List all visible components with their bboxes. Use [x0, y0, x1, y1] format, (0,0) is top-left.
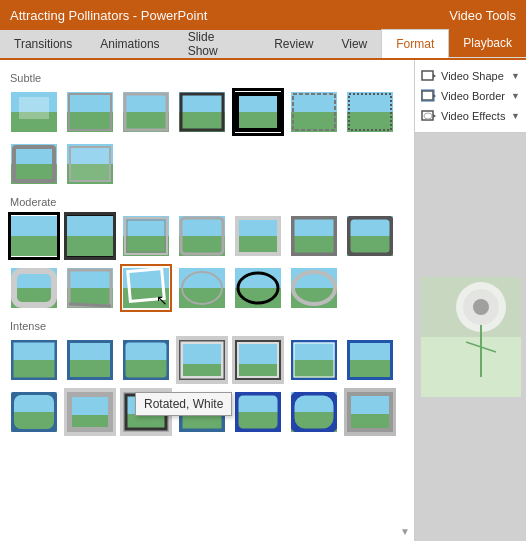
chevron-down-icon: ▼ [511, 91, 520, 101]
svg-rect-73 [123, 360, 169, 380]
svg-marker-118 [433, 114, 436, 118]
svg-rect-2 [19, 97, 49, 119]
tab-playback[interactable]: Playback [449, 29, 526, 57]
style-item-selected[interactable] [232, 88, 284, 136]
svg-marker-113 [433, 74, 436, 78]
title-bar: Attracting Pollinators - PowerPoint Vide… [0, 0, 526, 30]
style-item[interactable] [232, 212, 284, 260]
ribbon-right-tabs: Format Playback [381, 29, 526, 58]
video-effects-button[interactable]: Video Effects ▼ [419, 106, 522, 126]
video-shape-button[interactable]: Video Shape ▼ [419, 66, 522, 86]
svg-point-124 [473, 299, 489, 315]
svg-point-119 [424, 113, 432, 119]
title-text: Attracting Pollinators - PowerPoint [10, 8, 207, 23]
style-item[interactable] [232, 388, 284, 436]
moderate-grid: ↖ [8, 212, 406, 312]
svg-rect-95 [72, 415, 108, 427]
style-item[interactable] [288, 264, 340, 312]
style-item-hovered[interactable]: ↖ [120, 264, 172, 312]
svg-rect-98 [126, 414, 166, 429]
tab-view[interactable]: View [327, 30, 381, 58]
style-item[interactable] [120, 212, 172, 260]
svg-rect-114 [422, 91, 433, 100]
video-border-label: Video Border [441, 90, 505, 102]
style-item[interactable] [8, 264, 60, 312]
video-border-button[interactable]: Video Border ▼ [419, 86, 522, 106]
subtle-grid [8, 88, 406, 188]
style-item[interactable] [8, 140, 60, 188]
video-border-icon [421, 89, 437, 103]
style-item[interactable] [288, 88, 340, 136]
svg-rect-67 [11, 360, 57, 380]
tab-format[interactable]: Format [381, 29, 449, 58]
chevron-down-icon: ▼ [511, 111, 520, 121]
style-item[interactable] [8, 212, 60, 260]
tab-slideshow[interactable]: Slide Show [174, 30, 261, 58]
style-item[interactable] [8, 88, 60, 136]
right-toolbar: Video Shape ▼ Video Border ▼ Video Eff [415, 60, 526, 133]
video-effects-icon [421, 109, 437, 123]
slide-preview-image [421, 277, 521, 397]
tab-review[interactable]: Review [260, 30, 327, 58]
main-area: Subtle [0, 60, 526, 541]
intense-grid [8, 336, 406, 436]
svg-rect-81 [239, 364, 277, 376]
style-item[interactable] [120, 336, 172, 384]
moderate-label: Moderate [8, 192, 406, 212]
ribbon-tabs: Transitions Animations Slide Show Review… [0, 30, 526, 60]
style-item[interactable] [120, 88, 172, 136]
tooltip: Rotated, White [135, 392, 232, 416]
styles-panel: Subtle [0, 60, 415, 541]
svg-rect-30 [67, 236, 113, 256]
tab-animations[interactable]: Animations [86, 30, 173, 58]
style-item[interactable] [288, 388, 340, 436]
svg-line-53 [69, 304, 111, 306]
style-item[interactable] [344, 88, 396, 136]
style-item[interactable] [64, 388, 116, 436]
chevron-down-icon: ▼ [511, 71, 520, 81]
slide-preview [415, 133, 526, 541]
intense-label: Intense [8, 316, 406, 336]
svg-rect-19 [347, 112, 393, 132]
subtle-label: Subtle [8, 68, 406, 88]
video-shape-label: Video Shape [441, 70, 504, 82]
style-item[interactable] [176, 264, 228, 312]
video-effects-label: Video Effects [441, 110, 505, 122]
style-item[interactable] [64, 212, 116, 260]
style-item[interactable] [176, 88, 228, 136]
style-item[interactable] [176, 212, 228, 260]
video-tools-label: Video Tools [449, 8, 516, 23]
style-item[interactable] [344, 336, 396, 384]
style-item[interactable] [176, 336, 228, 384]
style-item[interactable] [8, 336, 60, 384]
style-item[interactable] [64, 88, 116, 136]
svg-rect-26 [70, 147, 110, 181]
style-item[interactable] [344, 212, 396, 260]
tab-transitions[interactable]: Transitions [0, 30, 86, 58]
style-item[interactable] [344, 388, 396, 436]
style-item[interactable] [64, 264, 116, 312]
style-item[interactable] [64, 336, 116, 384]
style-item[interactable] [232, 264, 284, 312]
style-item[interactable] [232, 336, 284, 384]
svg-rect-77 [183, 364, 221, 376]
video-shape-icon [421, 69, 437, 83]
tooltip-text: Rotated, White [144, 397, 223, 411]
svg-rect-28 [11, 236, 57, 256]
style-item[interactable] [288, 212, 340, 260]
style-item[interactable] [288, 336, 340, 384]
right-panel: Video Shape ▼ Video Border ▼ Video Eff [415, 60, 526, 541]
style-item[interactable] [8, 388, 60, 436]
style-item[interactable] [64, 140, 116, 188]
svg-rect-112 [422, 71, 433, 80]
scroll-indicator: ▼ [400, 526, 410, 537]
svg-rect-111 [351, 414, 389, 428]
svg-rect-121 [421, 337, 521, 397]
